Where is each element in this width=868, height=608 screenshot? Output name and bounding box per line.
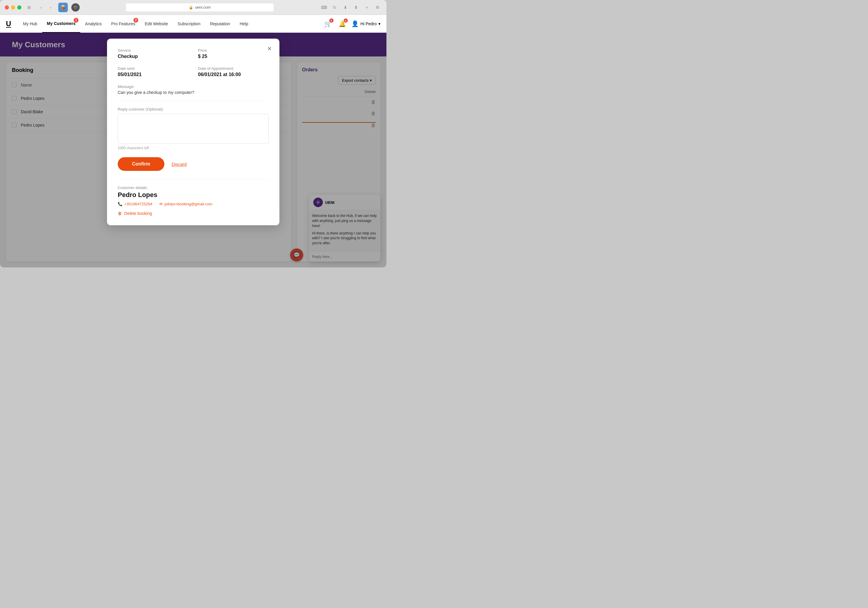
delete-booking-btn[interactable]: 🗑 Delete booking [118,211,152,216]
minimize-traffic-light[interactable] [11,5,15,9]
nav-item-analytics[interactable]: Analytics [80,15,106,33]
page-content: My Customers Booking Name Pedro Lopes [0,33,386,268]
sidebar-toggle-icon[interactable]: ⊞ [25,3,33,12]
char-count: 1000 characters left [118,146,269,150]
service-field: Service: Checkup [118,48,189,59]
share-icon[interactable]: ⬆ [352,3,360,12]
message-section: Message: Can you give a checkup to my co… [118,84,269,95]
price-field: Price $ 25 [198,48,269,59]
customer-phone-link[interactable]: 📞 +351964725284 [118,202,152,206]
confirm-button[interactable]: Confirm [118,157,164,171]
nav-item-subscription[interactable]: Subscription [173,15,205,33]
extension-icon[interactable]: 📦 [58,3,68,12]
maximize-traffic-light[interactable] [17,5,22,9]
modal-service-price-grid: Service: Checkup Price $ 25 [118,48,269,59]
nav-item-profeatures[interactable]: Pro Features 2 [106,15,140,33]
message-label: Message: [118,84,269,89]
date-appointment-label: Date of Appointment: [198,66,269,71]
url-text: ueni.com [195,5,211,9]
translate-icon[interactable]: ⌨ [320,3,328,12]
customer-details-section: Customer details: Pedro Lopes 📞 +3519647… [118,179,269,216]
discard-button[interactable]: Discard [172,162,187,167]
address-bar[interactable]: 🔒 ueni.com [126,3,274,12]
alerts-badge: 1 [344,19,348,23]
app-logo[interactable]: U [6,20,11,28]
service-label: Service: [118,48,189,53]
traffic-lights [5,5,22,9]
browser-titlebar: ⊞ ‹ › 📦 🛡 🔒 ueni.com ⌨ ↻ ⬇ ⬆ + ⧉ [0,0,386,15]
customer-contacts: 📞 +351964725284 ✉ pdrlps+booking@gmail.c… [118,202,269,206]
reply-textarea[interactable] [118,114,269,144]
email-icon: ✉ [159,202,163,206]
nav-item-mycustomers[interactable]: My Customers 1 [42,15,80,33]
reply-section: Reply customer (Optional): 1000 characte… [118,107,269,150]
new-tab-icon[interactable]: + [363,3,371,12]
booking-modal: ✕ Service: Checkup Price $ 25 Date sen [107,39,279,225]
notifications-icon-btn[interactable]: 🛒 1 [323,19,333,29]
price-value: $ 25 [198,54,269,59]
customer-email-link[interactable]: ✉ pdrlps+booking@gmail.com [159,202,212,206]
user-menu-btn[interactable]: 👤 Hi Pedro ▾ [351,20,380,27]
modal-close-btn[interactable]: ✕ [265,45,273,53]
download-icon[interactable]: ⬇ [341,3,350,12]
alerts-icon-btn[interactable]: 🔔 1 [337,19,348,29]
date-sent-label: Date sent: [118,66,189,71]
modal-actions: Confirm Discard [118,157,269,171]
modal-overlay: ✕ Service: Checkup Price $ 25 Date sen [0,33,386,268]
customer-details-label: Customer details: [118,186,269,190]
date-sent-value: 05/01/2021 [118,72,189,77]
lock-icon: 🔒 [189,5,193,9]
shield-icon[interactable]: 🛡 [71,3,80,12]
service-value: Checkup [118,54,189,59]
nav-item-editwebsite[interactable]: Edit Website [140,15,173,33]
nav-item-reputation[interactable]: Reputation [205,15,235,33]
forward-icon[interactable]: › [46,3,55,12]
nav-items: My Hub My Customers 1 Analytics Pro Feat… [18,15,322,33]
nav-badge-profeatures: 2 [133,18,138,23]
nav-badge-mycustomers: 1 [74,18,79,23]
date-appointment-field: Date of Appointment: 06/01/2021 at 16:00 [198,66,269,77]
nav-item-myhub[interactable]: My Hub [18,15,42,33]
browser-actions: ⌨ ↻ ⬇ ⬆ + ⧉ [320,3,382,12]
reply-label: Reply customer (Optional): [118,107,269,111]
date-sent-field: Date sent: 05/01/2021 [118,66,189,77]
nav-item-help[interactable]: Help [235,15,253,33]
browser-window: ⊞ ‹ › 📦 🛡 🔒 ueni.com ⌨ ↻ ⬇ ⬆ + ⧉ U My Hu… [0,0,386,268]
app-navbar: U My Hub My Customers 1 Analytics Pro Fe… [0,15,386,33]
chevron-down-icon: ▾ [378,22,380,26]
browser-nav: ‹ › [37,3,55,12]
nav-right: 🛒 1 🔔 1 👤 Hi Pedro ▾ [323,19,380,29]
phone-icon: 📞 [118,202,122,206]
trash-icon: 🗑 [118,211,122,216]
cart-badge: 1 [329,19,333,23]
tabs-icon[interactable]: ⧉ [374,3,382,12]
message-value: Can you give a checkup to my computer? [118,90,269,95]
back-icon[interactable]: ‹ [37,3,45,12]
reload-icon[interactable]: ↻ [330,3,339,12]
modal-dates-grid: Date sent: 05/01/2021 Date of Appointmen… [118,66,269,77]
price-label: Price [198,48,269,53]
user-label: Hi Pedro [361,22,377,26]
close-traffic-light[interactable] [5,5,9,9]
date-appointment-value: 06/01/2021 at 16:00 [198,72,269,77]
customer-name-display: Pedro Lopes [118,191,269,199]
